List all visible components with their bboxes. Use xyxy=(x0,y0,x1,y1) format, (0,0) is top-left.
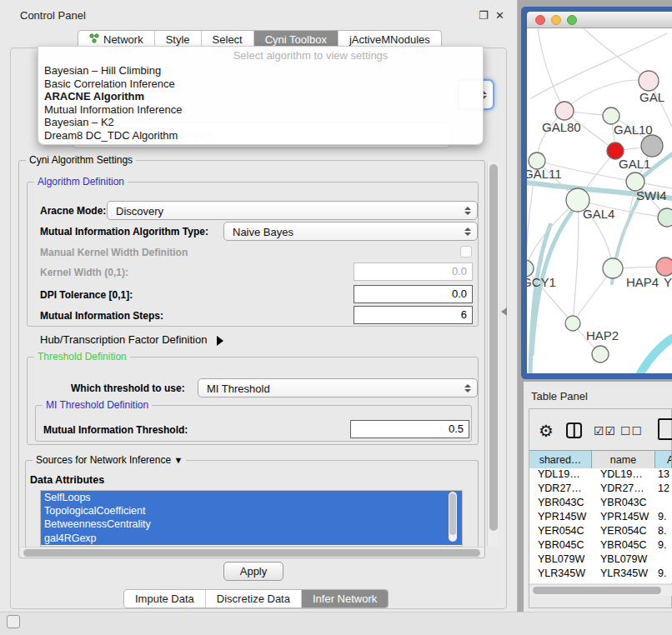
data-attribute-item[interactable]: gal4RGexp xyxy=(41,532,462,545)
mi-steps-label: Mutual Information Steps: xyxy=(40,310,163,322)
table-row[interactable]: YBR043CYBR043C xyxy=(529,497,672,511)
manual-kernel-width-checkbox[interactable] xyxy=(460,246,472,258)
tab-impute-data[interactable]: Impute Data xyxy=(124,590,205,608)
table-row[interactable]: YPR145WYPR145W9. xyxy=(529,511,672,525)
new-table-icon[interactable] xyxy=(658,418,672,440)
column-header-partial[interactable]: A xyxy=(655,451,672,469)
algorithm-option[interactable]: Bayesian – K2 xyxy=(43,116,479,129)
data-attribute-item[interactable]: TopologicalCoefficient xyxy=(41,504,462,518)
network-node[interactable] xyxy=(641,135,663,157)
popup-placeholder: Select algorithm to view settings xyxy=(147,49,474,62)
network-node-label: HAP4 xyxy=(626,275,659,289)
network-node[interactable] xyxy=(603,258,623,278)
network-edge[interactable] xyxy=(538,28,564,111)
table-row[interactable]: YIL052CYIL052C9 xyxy=(529,582,672,583)
algorithm-popup-list: Bayesian – Hill ClimbingBasic Correlatio… xyxy=(43,64,479,142)
table-cell: YDR27… xyxy=(592,482,655,497)
column-header-shared-name[interactable]: shared… xyxy=(529,451,592,469)
minimize-window-icon[interactable] xyxy=(551,15,561,25)
attributes-list-scrollbar-thumb[interactable] xyxy=(449,493,456,535)
aracne-mode-combobox[interactable]: Discovery xyxy=(107,201,478,220)
table-horizontal-scrollbar-thumb[interactable] xyxy=(533,587,661,594)
table-body[interactable]: YDL19…YDL19…13YDR27…YDR27…12YBR043CYBR04… xyxy=(529,468,672,583)
table-row[interactable]: YBR045CYBR045C9. xyxy=(529,539,672,553)
mi-threshold-field[interactable]: 0.5 xyxy=(350,420,469,438)
network-edge[interactable] xyxy=(564,80,649,111)
table-panel-title: Table Panel xyxy=(531,390,588,402)
network-node-label: HAP2 xyxy=(586,328,619,342)
table-cell: YER054C xyxy=(592,525,655,539)
mi-threshold-group-title: MI Threshold Definition xyxy=(43,399,152,411)
network-node[interactable] xyxy=(555,102,574,120)
control-panel-title: Control Panel xyxy=(20,9,86,22)
threshold-definition-title: Threshold Definition xyxy=(34,351,130,362)
table-horizontal-scrollbar[interactable] xyxy=(529,584,672,596)
float-panel-icon[interactable]: ❐ xyxy=(479,9,489,22)
table-row[interactable]: YDR27…YDR27…12 xyxy=(529,482,672,497)
tab-infer-network[interactable]: Infer Network xyxy=(301,590,388,608)
algorithm-option[interactable]: ARACNE Algorithm xyxy=(43,90,479,103)
table-cell: YBR043C xyxy=(592,497,655,511)
close-window-icon[interactable] xyxy=(535,15,545,25)
close-panel-icon[interactable]: ✕ xyxy=(495,9,504,22)
network-node[interactable] xyxy=(527,260,534,277)
attributes-list-scrollbar[interactable] xyxy=(449,492,457,542)
split-columns-icon[interactable] xyxy=(566,422,582,438)
network-edge[interactable] xyxy=(584,28,649,81)
cyni-algorithm-settings-title: Cyni Algorithm Settings xyxy=(26,154,136,166)
algorithm-option[interactable]: Dream8 DC_TDC Algorithm xyxy=(43,129,479,142)
mi-steps-field[interactable]: 6 xyxy=(354,306,473,324)
network-edge[interactable] xyxy=(573,200,579,323)
tab-discretize-data[interactable]: Discretize Data xyxy=(205,590,301,608)
stepper-arrows-icon xyxy=(464,384,471,392)
table-row[interactable]: YER054CYER054C8. xyxy=(529,525,672,539)
unchecked-columns-icon[interactable]: ☐☐ xyxy=(620,424,643,438)
data-attribute-item[interactable]: BetweennessCentrality xyxy=(41,518,462,531)
splitter-collapse-arrow[interactable] xyxy=(501,308,507,316)
table-header-row: shared… name A xyxy=(529,450,672,470)
mi-algorithm-type-combobox[interactable]: Naive Bayes xyxy=(223,222,478,241)
algorithm-definition-title: Algorithm Definition xyxy=(34,176,128,188)
settings-gear-icon[interactable]: ⚙ xyxy=(539,421,554,441)
column-header-name[interactable]: name xyxy=(592,451,655,469)
table-cell: YIL052C xyxy=(592,582,655,583)
settings-vertical-scrollbar-thumb[interactable] xyxy=(489,164,498,531)
table-cell: 12 xyxy=(655,482,672,497)
sources-group-title[interactable]: Sources for Network Inference ▼ xyxy=(33,454,186,466)
network-edge[interactable] xyxy=(640,338,672,373)
network-node[interactable] xyxy=(603,108,619,124)
network-node[interactable] xyxy=(656,258,672,276)
table-row[interactable]: YLR345WYLR345W9. xyxy=(529,568,672,582)
network-node[interactable] xyxy=(639,71,659,91)
kernel-width-field[interactable]: 0.0 xyxy=(354,262,473,281)
manual-kernel-width-label: Manual Kernel Width Definition xyxy=(40,247,188,258)
algorithm-option[interactable]: Mutual Information Inference xyxy=(43,103,479,117)
hub-definition-section[interactable]: Hub/Transcription Factor Definition xyxy=(40,333,223,346)
data-attribute-item[interactable]: SelfLoops xyxy=(41,491,462,504)
table-cell: 13 xyxy=(655,468,672,482)
table-cell: YDR27… xyxy=(529,482,592,497)
data-attributes-list[interactable]: SelfLoopsTopologicalCoefficientBetweenne… xyxy=(40,490,463,547)
dpi-tolerance-field[interactable]: 0.0 xyxy=(354,285,473,303)
table-cell: YPR145W xyxy=(592,511,655,525)
checked-columns-icon[interactable]: ☑☑ xyxy=(594,424,616,438)
algorithm-option[interactable]: Basic Correlation Inference xyxy=(43,78,479,91)
network-edge[interactable] xyxy=(527,200,578,268)
which-threshold-combobox[interactable]: MI Threshold xyxy=(198,378,478,398)
network-canvas[interactable]: GALGAL80GAL10GAL1GAL11SWI4GAL4GCY1HAP4YH… xyxy=(527,28,672,373)
zoom-window-icon[interactable] xyxy=(567,15,577,25)
network-node[interactable] xyxy=(658,208,672,227)
restore-panel-icon[interactable] xyxy=(7,615,20,628)
stepper-arrows-icon xyxy=(464,228,471,236)
cyni-bottom-tab-bar: Impute Data Discretize Data Infer Networ… xyxy=(123,589,389,608)
table-row[interactable]: YDL19…YDL19…13 xyxy=(529,468,672,482)
apply-button[interactable]: Apply xyxy=(223,562,283,581)
network-node[interactable] xyxy=(565,316,580,331)
table-cell: YLR345W xyxy=(592,568,655,582)
mi-algorithm-type-label: Mutual Information Algorithm Type: xyxy=(40,226,208,238)
network-node[interactable] xyxy=(592,346,609,362)
table-row[interactable]: YBL079WYBL079W xyxy=(529,553,672,568)
settings-vertical-scrollbar[interactable] xyxy=(487,162,499,547)
algorithm-option[interactable]: Bayesian – Hill Climbing xyxy=(43,64,479,78)
network-window-titlebar[interactable] xyxy=(527,12,672,28)
